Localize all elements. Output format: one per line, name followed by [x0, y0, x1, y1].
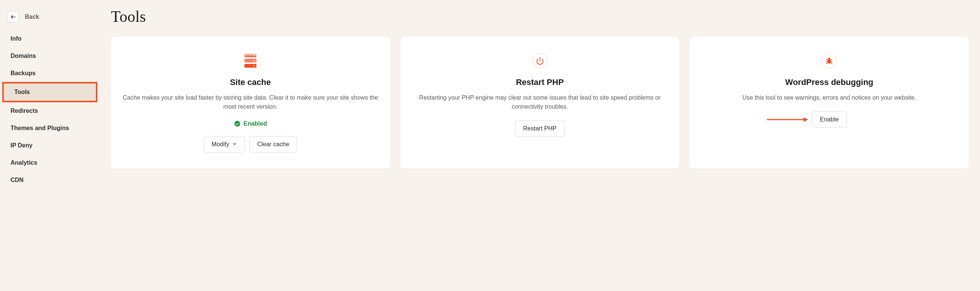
chevron-down-icon	[232, 142, 237, 147]
main-content: Tools	[100, 0, 980, 291]
card-wp-debugging: WordPress debugging Use this tool to see…	[690, 37, 969, 169]
svg-line-16	[831, 63, 832, 64]
sidebar-item-cdn[interactable]: CDN	[0, 172, 100, 189]
site-cache-status: Enabled	[234, 120, 267, 127]
modify-label: Modify	[212, 141, 229, 148]
wp-debugging-description: Use this tool to see warnings, errors an…	[742, 93, 916, 102]
sidebar: Back Info Domains Backups Tools Redirect…	[0, 0, 100, 291]
enable-label: Enable	[820, 116, 838, 123]
card-site-cache: Site cache Cache makes your site load fa…	[111, 37, 390, 169]
svg-line-11	[827, 59, 828, 60]
clear-cache-label: Clear cache	[257, 141, 289, 148]
sidebar-item-ip-deny[interactable]: IP Deny	[0, 137, 100, 154]
sidebar-item-redirects[interactable]: Redirects	[0, 102, 100, 119]
svg-point-6	[253, 65, 255, 66]
svg-point-7	[234, 121, 240, 127]
page-title: Tools	[111, 8, 969, 25]
back-button[interactable]: Back	[0, 8, 100, 30]
site-cache-description: Cache makes your site load faster by sto…	[122, 93, 379, 111]
check-circle-icon	[234, 120, 241, 127]
arrow-annotation-icon	[767, 116, 808, 123]
svg-line-12	[831, 59, 832, 60]
back-arrow-icon	[8, 11, 19, 22]
enable-debugging-button[interactable]: Enable	[812, 111, 846, 128]
sidebar-item-domains[interactable]: Domains	[0, 48, 100, 65]
sidebar-item-tools[interactable]: Tools	[2, 82, 97, 102]
server-cache-icon	[240, 50, 261, 72]
card-restart-php: Restart PHP Restarting your PHP engine m…	[401, 37, 679, 169]
status-label: Enabled	[244, 120, 267, 127]
restart-php-title: Restart PHP	[516, 78, 564, 87]
restart-icon	[530, 50, 550, 72]
wp-debugging-title: WordPress debugging	[785, 78, 873, 87]
restart-php-description: Restarting your PHP engine may clear out…	[412, 93, 668, 111]
svg-marker-18	[803, 117, 808, 122]
svg-point-5	[253, 60, 255, 61]
modify-button[interactable]: Modify	[204, 136, 245, 153]
svg-point-10	[828, 57, 830, 60]
restart-php-button-label: Restart PHP	[523, 125, 557, 132]
sidebar-item-themes-plugins[interactable]: Themes and Plugins	[0, 119, 100, 137]
back-label: Back	[25, 14, 39, 20]
sidebar-item-backups[interactable]: Backups	[0, 65, 100, 82]
svg-line-15	[827, 63, 828, 64]
bug-icon	[819, 50, 840, 72]
svg-point-4	[253, 54, 255, 56]
restart-php-button[interactable]: Restart PHP	[515, 120, 565, 137]
sidebar-item-info[interactable]: Info	[0, 30, 100, 48]
sidebar-item-analytics[interactable]: Analytics	[0, 154, 100, 172]
wp-debugging-action-row: Enable	[812, 111, 846, 128]
cards-container: Site cache Cache makes your site load fa…	[111, 37, 969, 169]
site-cache-title: Site cache	[230, 78, 271, 87]
clear-cache-button[interactable]: Clear cache	[249, 136, 297, 153]
site-cache-buttons: Modify Clear cache	[204, 136, 298, 153]
